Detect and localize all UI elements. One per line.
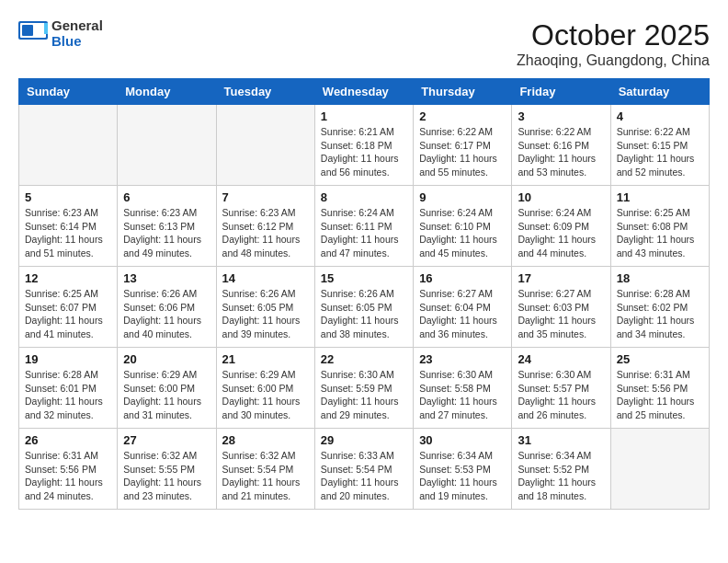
day-number: 23 bbox=[419, 352, 506, 366]
day-number: 14 bbox=[222, 271, 309, 285]
day-info: Sunrise: 6:22 AM Sunset: 6:17 PM Dayligh… bbox=[419, 125, 506, 179]
weekday-header-friday: Friday bbox=[512, 79, 610, 105]
day-info: Sunrise: 6:30 AM Sunset: 5:59 PM Dayligh… bbox=[321, 368, 407, 422]
calendar-cell: 14Sunrise: 6:26 AM Sunset: 6:05 PM Dayli… bbox=[216, 267, 314, 348]
calendar-cell bbox=[19, 105, 118, 186]
logo-general: General bbox=[51, 17, 103, 33]
header: General Blue October 2025 Zhaoqing, Guan… bbox=[18, 18, 710, 69]
day-number: 11 bbox=[617, 190, 703, 204]
logo: General Blue bbox=[18, 18, 103, 49]
day-info: Sunrise: 6:29 AM Sunset: 6:00 PM Dayligh… bbox=[123, 368, 210, 422]
calendar-cell: 31Sunrise: 6:34 AM Sunset: 5:52 PM Dayli… bbox=[512, 429, 610, 510]
calendar-cell: 8Sunrise: 6:24 AM Sunset: 6:11 PM Daylig… bbox=[314, 186, 413, 267]
day-number: 18 bbox=[617, 271, 703, 285]
calendar-cell bbox=[610, 429, 709, 510]
day-info: Sunrise: 6:25 AM Sunset: 6:08 PM Dayligh… bbox=[617, 206, 703, 260]
day-number: 22 bbox=[321, 352, 407, 366]
day-info: Sunrise: 6:30 AM Sunset: 5:58 PM Dayligh… bbox=[419, 368, 506, 422]
day-number: 17 bbox=[518, 271, 604, 285]
calendar-cell bbox=[118, 105, 216, 186]
calendar-cell: 4Sunrise: 6:22 AM Sunset: 6:15 PM Daylig… bbox=[610, 105, 709, 186]
day-info: Sunrise: 6:26 AM Sunset: 6:05 PM Dayligh… bbox=[321, 287, 407, 341]
day-info: Sunrise: 6:34 AM Sunset: 5:52 PM Dayligh… bbox=[518, 449, 604, 503]
calendar-header-row: SundayMondayTuesdayWednesdayThursdayFrid… bbox=[19, 79, 710, 105]
day-number: 12 bbox=[25, 271, 111, 285]
day-info: Sunrise: 6:23 AM Sunset: 6:12 PM Dayligh… bbox=[222, 206, 309, 260]
calendar-cell: 20Sunrise: 6:29 AM Sunset: 6:00 PM Dayli… bbox=[118, 348, 216, 429]
day-number: 2 bbox=[419, 109, 506, 123]
month-title: October 2025 bbox=[517, 18, 710, 52]
svg-marker-3 bbox=[44, 23, 48, 34]
calendar-cell: 18Sunrise: 6:28 AM Sunset: 6:02 PM Dayli… bbox=[610, 267, 709, 348]
day-info: Sunrise: 6:27 AM Sunset: 6:03 PM Dayligh… bbox=[518, 287, 604, 341]
location-title: Zhaoqing, Guangdong, China bbox=[517, 52, 710, 69]
day-info: Sunrise: 6:29 AM Sunset: 6:00 PM Dayligh… bbox=[222, 368, 309, 422]
calendar-cell: 11Sunrise: 6:25 AM Sunset: 6:08 PM Dayli… bbox=[610, 186, 709, 267]
day-number: 5 bbox=[25, 190, 111, 204]
day-info: Sunrise: 6:27 AM Sunset: 6:04 PM Dayligh… bbox=[419, 287, 506, 341]
calendar-cell: 23Sunrise: 6:30 AM Sunset: 5:58 PM Dayli… bbox=[414, 348, 512, 429]
calendar-cell: 15Sunrise: 6:26 AM Sunset: 6:05 PM Dayli… bbox=[314, 267, 413, 348]
day-number: 6 bbox=[123, 190, 210, 204]
day-number: 20 bbox=[123, 352, 210, 366]
calendar-cell bbox=[216, 105, 314, 186]
weekday-header-tuesday: Tuesday bbox=[216, 79, 314, 105]
day-number: 4 bbox=[617, 109, 703, 123]
day-info: Sunrise: 6:24 AM Sunset: 6:11 PM Dayligh… bbox=[321, 206, 407, 260]
day-number: 27 bbox=[123, 433, 210, 447]
calendar-week-row: 5Sunrise: 6:23 AM Sunset: 6:14 PM Daylig… bbox=[19, 186, 710, 267]
day-number: 28 bbox=[222, 433, 309, 447]
day-number: 10 bbox=[518, 190, 604, 204]
weekday-header-wednesday: Wednesday bbox=[314, 79, 413, 105]
logo-blue: Blue bbox=[51, 33, 82, 49]
day-info: Sunrise: 6:34 AM Sunset: 5:53 PM Dayligh… bbox=[419, 449, 506, 503]
day-number: 8 bbox=[321, 190, 407, 204]
calendar-table: SundayMondayTuesdayWednesdayThursdayFrid… bbox=[18, 78, 710, 510]
calendar-week-row: 19Sunrise: 6:28 AM Sunset: 6:01 PM Dayli… bbox=[19, 348, 710, 429]
day-info: Sunrise: 6:23 AM Sunset: 6:13 PM Dayligh… bbox=[123, 206, 210, 260]
day-number: 30 bbox=[419, 433, 506, 447]
calendar-cell: 5Sunrise: 6:23 AM Sunset: 6:14 PM Daylig… bbox=[19, 186, 118, 267]
day-info: Sunrise: 6:31 AM Sunset: 5:56 PM Dayligh… bbox=[617, 368, 703, 422]
calendar-cell: 17Sunrise: 6:27 AM Sunset: 6:03 PM Dayli… bbox=[512, 267, 610, 348]
day-info: Sunrise: 6:33 AM Sunset: 5:54 PM Dayligh… bbox=[321, 449, 407, 503]
calendar-cell: 12Sunrise: 6:25 AM Sunset: 6:07 PM Dayli… bbox=[19, 267, 118, 348]
day-info: Sunrise: 6:28 AM Sunset: 6:02 PM Dayligh… bbox=[617, 287, 703, 341]
weekday-header-saturday: Saturday bbox=[610, 79, 709, 105]
day-number: 31 bbox=[518, 433, 604, 447]
calendar-cell: 24Sunrise: 6:30 AM Sunset: 5:57 PM Dayli… bbox=[512, 348, 610, 429]
calendar-cell: 22Sunrise: 6:30 AM Sunset: 5:59 PM Dayli… bbox=[314, 348, 413, 429]
calendar-cell: 28Sunrise: 6:32 AM Sunset: 5:54 PM Dayli… bbox=[216, 429, 314, 510]
day-info: Sunrise: 6:21 AM Sunset: 6:18 PM Dayligh… bbox=[321, 125, 407, 179]
calendar-cell: 29Sunrise: 6:33 AM Sunset: 5:54 PM Dayli… bbox=[314, 429, 413, 510]
weekday-header-sunday: Sunday bbox=[19, 79, 118, 105]
day-info: Sunrise: 6:24 AM Sunset: 6:10 PM Dayligh… bbox=[419, 206, 506, 260]
day-number: 24 bbox=[518, 352, 604, 366]
day-number: 15 bbox=[321, 271, 407, 285]
calendar-cell: 26Sunrise: 6:31 AM Sunset: 5:56 PM Dayli… bbox=[19, 429, 118, 510]
calendar-cell: 19Sunrise: 6:28 AM Sunset: 6:01 PM Dayli… bbox=[19, 348, 118, 429]
day-info: Sunrise: 6:26 AM Sunset: 6:06 PM Dayligh… bbox=[123, 287, 210, 341]
day-info: Sunrise: 6:32 AM Sunset: 5:55 PM Dayligh… bbox=[123, 449, 210, 503]
calendar-week-row: 26Sunrise: 6:31 AM Sunset: 5:56 PM Dayli… bbox=[19, 429, 710, 510]
calendar-cell: 25Sunrise: 6:31 AM Sunset: 5:56 PM Dayli… bbox=[610, 348, 709, 429]
calendar-cell: 9Sunrise: 6:24 AM Sunset: 6:10 PM Daylig… bbox=[414, 186, 512, 267]
weekday-header-thursday: Thursday bbox=[414, 79, 512, 105]
day-info: Sunrise: 6:31 AM Sunset: 5:56 PM Dayligh… bbox=[25, 449, 111, 503]
calendar-cell: 3Sunrise: 6:22 AM Sunset: 6:16 PM Daylig… bbox=[512, 105, 610, 186]
day-info: Sunrise: 6:22 AM Sunset: 6:16 PM Dayligh… bbox=[518, 125, 604, 179]
calendar-cell: 10Sunrise: 6:24 AM Sunset: 6:09 PM Dayli… bbox=[512, 186, 610, 267]
day-info: Sunrise: 6:25 AM Sunset: 6:07 PM Dayligh… bbox=[25, 287, 111, 341]
calendar-cell: 6Sunrise: 6:23 AM Sunset: 6:13 PM Daylig… bbox=[118, 186, 216, 267]
calendar-cell: 2Sunrise: 6:22 AM Sunset: 6:17 PM Daylig… bbox=[414, 105, 512, 186]
weekday-header-monday: Monday bbox=[118, 79, 216, 105]
day-number: 9 bbox=[419, 190, 506, 204]
day-number: 16 bbox=[419, 271, 506, 285]
calendar-cell: 7Sunrise: 6:23 AM Sunset: 6:12 PM Daylig… bbox=[216, 186, 314, 267]
logo-icon bbox=[18, 21, 48, 47]
calendar-cell: 21Sunrise: 6:29 AM Sunset: 6:00 PM Dayli… bbox=[216, 348, 314, 429]
title-area: October 2025 Zhaoqing, Guangdong, China bbox=[517, 18, 710, 69]
day-info: Sunrise: 6:30 AM Sunset: 5:57 PM Dayligh… bbox=[518, 368, 604, 422]
day-info: Sunrise: 6:28 AM Sunset: 6:01 PM Dayligh… bbox=[25, 368, 111, 422]
calendar-cell: 16Sunrise: 6:27 AM Sunset: 6:04 PM Dayli… bbox=[414, 267, 512, 348]
